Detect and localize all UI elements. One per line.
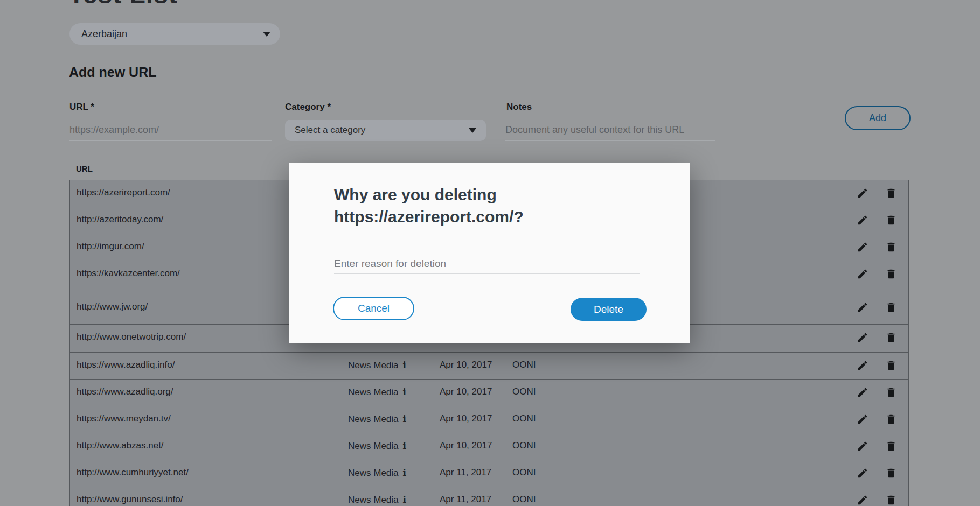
edit-icon[interactable] [857,241,868,256]
info-icon[interactable]: i [403,440,406,451]
table-row: https://www.meydan.tv/ News Mediai Apr 1… [70,406,908,433]
row-date-added: Apr 10, 2017 [440,440,492,451]
row-category: News Mediai [348,413,406,425]
table-row: https://www.azadliq.info/ News Mediai Ap… [70,353,908,380]
edit-icon[interactable] [857,332,868,346]
edit-icon[interactable] [857,187,868,202]
edit-icon[interactable] [857,440,868,455]
row-source: OONI [512,386,536,397]
notes-label: Notes [506,102,532,113]
info-icon[interactable]: i [403,467,406,478]
trash-icon[interactable] [885,360,897,374]
row-category: News Mediai [348,360,406,371]
row-date-added: Apr 10, 2017 [440,386,492,397]
trash-icon[interactable] [885,467,897,482]
trash-icon[interactable] [885,214,897,229]
row-date-added: Apr 10, 2017 [440,413,492,424]
row-source: OONI [512,360,536,370]
trash-icon[interactable] [885,413,897,428]
deletion-reason-input[interactable] [334,254,640,274]
edit-icon[interactable] [857,214,868,229]
trash-icon[interactable] [885,301,897,316]
row-url: https://www.meydan.tv/ [77,413,171,424]
delete-url-modal: Why are you deleting https://azerireport… [289,163,690,343]
modal-title: Why are you deleting https://azerireport… [334,184,560,228]
trash-icon[interactable] [885,241,897,256]
trash-icon[interactable] [885,386,897,401]
edit-icon[interactable] [857,268,868,283]
category-label: Category * [285,102,331,113]
row-date-added: Apr 10, 2017 [440,360,492,370]
info-icon[interactable]: i [403,360,406,370]
row-source: OONI [512,440,536,451]
url-column-header: URL [76,164,93,173]
country-select[interactable]: Azerbaijan [69,23,280,45]
row-date-added: Apr 11, 2017 [440,494,491,505]
row-source: OONI [512,494,536,505]
row-category: News Mediai [348,494,406,505]
trash-icon[interactable] [885,494,897,506]
row-category: News Mediai [348,467,406,479]
edit-icon[interactable] [857,301,868,316]
table-row: http://www.cumhuriyyet.net/ News Mediai … [70,460,908,487]
row-category: News Mediai [348,386,406,398]
country-select-value: Azerbaijan [81,29,127,40]
row-source: OONI [512,467,536,478]
table-row: http://www.abzas.net/ News Mediai Apr 10… [70,433,908,460]
url-input[interactable] [69,120,272,141]
info-icon[interactable]: i [403,494,406,505]
edit-icon[interactable] [857,386,868,401]
row-url: http://imgur.com/ [77,241,144,252]
table-row: http://www.gununsesi.info/ News Mediai A… [70,487,908,506]
row-url: http://azeritoday.com/ [77,214,163,225]
delete-button[interactable]: Delete [571,298,647,321]
row-source: OONI [512,413,536,424]
trash-icon[interactable] [885,187,897,202]
row-url: http://www.onetwotrip.com/ [77,332,186,342]
row-url: https://www.azadliq.info/ [77,360,175,370]
row-url: http://www.gununsesi.info/ [77,494,183,505]
add-url-heading: Add new URL [69,65,157,80]
row-url: http://www.cumhuriyyet.net/ [77,467,189,478]
url-label: URL * [69,102,94,113]
edit-icon[interactable] [857,413,868,428]
edit-icon[interactable] [857,494,868,506]
trash-icon[interactable] [885,440,897,455]
notes-input[interactable] [505,120,715,141]
page-title: Test List [68,0,178,9]
row-url: https://azerireport.com/ [77,187,170,198]
trash-icon[interactable] [885,268,897,283]
info-icon[interactable]: i [403,413,406,424]
cancel-button[interactable]: Cancel [333,297,414,320]
table-row: https://www.azadliq.org/ News Mediai Apr… [70,380,908,406]
edit-icon[interactable] [857,360,868,374]
add-button[interactable]: Add [845,106,911,130]
row-url: https://www.azadliq.org/ [77,386,173,397]
trash-icon[interactable] [885,332,897,346]
row-date-added: Apr 11, 2017 [440,467,491,478]
chevron-down-icon [263,32,270,37]
row-url: https://kavkazcenter.com/ [77,268,180,279]
row-url: http://www.jw.org/ [77,301,148,312]
edit-icon[interactable] [857,467,868,482]
row-category: News Mediai [348,440,406,452]
category-select[interactable]: Select a category [285,120,486,141]
chevron-down-icon [469,128,476,133]
category-select-value: Select a category [295,125,365,136]
row-url: http://www.abzas.net/ [77,440,164,451]
info-icon[interactable]: i [403,386,406,397]
